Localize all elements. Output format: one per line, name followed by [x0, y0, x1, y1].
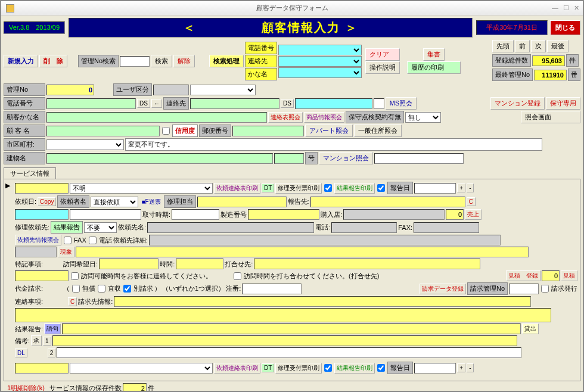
req-contact-print-button-2[interactable]: 依頼連絡表印刷	[214, 363, 260, 374]
free-check[interactable]	[72, 285, 80, 293]
minus-button-1[interactable]: -	[467, 183, 473, 192]
plus-button-2[interactable]: +	[457, 363, 465, 372]
repair-handler-input[interactable]	[197, 197, 287, 207]
dest-info-button[interactable]: 依頼先情報照会	[15, 235, 61, 245]
bill-info-input[interactable]	[114, 296, 531, 307]
tel-input[interactable]	[46, 98, 136, 109]
tel-select[interactable]	[278, 45, 362, 55]
ms-inquiry-button[interactable]: MS照会	[386, 97, 417, 110]
cash-button[interactable]: 現象	[58, 247, 74, 257]
clear-search-button[interactable]: 解除	[173, 55, 195, 67]
ds-button-2[interactable]: DS	[281, 99, 294, 108]
aux-input-1[interactable]	[295, 98, 372, 109]
record-selector-icon[interactable]: ▶	[5, 182, 10, 189]
dest-detail-input[interactable]	[149, 235, 501, 245]
svc2-input-1[interactable]	[15, 363, 69, 374]
first-button[interactable]: 先頭	[492, 40, 514, 52]
credit-checkbox[interactable]	[162, 127, 170, 135]
tel-check[interactable]	[89, 237, 97, 244]
bldg-no-input[interactable]	[274, 153, 304, 164]
bill-mgmt-input[interactable]	[509, 284, 539, 294]
result-input[interactable]	[62, 323, 521, 334]
visit-note2-check[interactable]	[234, 272, 241, 280]
close-icon[interactable]: ✕	[574, 4, 579, 12]
close-button[interactable]: 閉じる	[550, 20, 580, 35]
result-print-check[interactable]	[377, 184, 385, 192]
maint-only-button[interactable]: 保守専用	[546, 97, 580, 110]
phrase-button[interactable]: 語句	[44, 323, 61, 334]
acq-time-input[interactable]	[172, 209, 219, 220]
kana-input[interactable]	[46, 112, 267, 123]
dest-name-input[interactable]	[147, 222, 314, 233]
fax-input[interactable]	[414, 222, 479, 233]
visit-hope-input[interactable]	[99, 259, 159, 269]
meeting-input[interactable]	[254, 259, 480, 269]
report-date-input-2[interactable]	[414, 363, 456, 374]
minimize-icon[interactable]: —	[552, 4, 558, 12]
minus-button-2[interactable]: -	[467, 363, 473, 372]
direct-select[interactable]: 直接依頼	[91, 197, 138, 207]
next-button[interactable]: 次	[531, 40, 546, 52]
svc-cyan-input[interactable]	[15, 209, 69, 220]
prev-button[interactable]: 前	[515, 40, 530, 52]
userdiv-select[interactable]	[190, 85, 256, 95]
maximize-icon[interactable]: ☐	[563, 4, 569, 12]
mfg-no-input[interactable]	[248, 209, 319, 220]
postal-input[interactable]	[232, 126, 304, 136]
svc-input-1[interactable]	[15, 183, 69, 194]
clear-button[interactable]: クリア	[365, 48, 400, 61]
separate-check[interactable]	[123, 285, 131, 293]
report-to-input[interactable]	[310, 197, 465, 207]
mansion-inq-button[interactable]: マンション照会	[319, 152, 373, 164]
search-button[interactable]: 検索	[151, 55, 172, 67]
visit-note1-check[interactable]	[71, 272, 79, 280]
delete-button[interactable]: 削 除	[39, 55, 67, 67]
svc2-select[interactable]	[70, 363, 213, 374]
repair-print-check[interactable]	[324, 184, 332, 192]
bill-issue-check[interactable]	[541, 285, 549, 293]
dt-button-2[interactable]: DT	[262, 363, 274, 372]
svc-unknown-select[interactable]: 不明	[70, 183, 213, 194]
report-date-input[interactable]	[414, 183, 456, 194]
remarks-input[interactable]	[52, 335, 517, 346]
est-zero[interactable]	[542, 270, 560, 281]
cash-input[interactable]	[76, 247, 529, 257]
req-contact-print-button[interactable]: 依頼連絡表印刷	[214, 183, 260, 194]
result-print-check-2[interactable]	[377, 364, 385, 372]
bill-data-button[interactable]: 請求データ登録	[420, 284, 466, 294]
copy-button[interactable]: Copy	[38, 197, 56, 206]
contact-select[interactable]	[278, 56, 362, 67]
remarks-input-2[interactable]	[57, 347, 521, 358]
est-reg-button[interactable]: 見積 登録	[506, 270, 540, 281]
arrow-button[interactable]: ←	[151, 99, 162, 108]
ds-button-1[interactable]: DS	[137, 99, 150, 108]
lend-button[interactable]: 貸出	[522, 323, 539, 334]
c-button-2[interactable]: C	[68, 297, 77, 306]
note-no-input[interactable]	[242, 284, 302, 294]
kana-select[interactable]	[278, 67, 362, 78]
est-button[interactable]: 見積	[561, 270, 577, 281]
dest-tel-input[interactable]	[331, 222, 397, 233]
new-button[interactable]: 新規入力	[4, 55, 38, 67]
addr-button[interactable]: 一般住所照会	[354, 125, 402, 137]
repair-print-check-2[interactable]	[324, 364, 332, 372]
result-print-button[interactable]: 結果報告印刷	[334, 183, 375, 194]
plus-button-1[interactable]: +	[457, 183, 465, 192]
op-manual-button[interactable]: 操作説明	[365, 61, 400, 74]
city-select[interactable]	[46, 139, 124, 150]
repair-print-button[interactable]: 修理受付票印刷	[275, 183, 322, 194]
contact-input[interactable]	[190, 98, 279, 109]
last-button[interactable]: 最後	[547, 40, 569, 52]
bldg-input[interactable]	[46, 153, 273, 164]
c-button[interactable]: C	[467, 197, 476, 206]
approve-button[interactable]: 承	[31, 335, 42, 346]
mansion-reg-button[interactable]: マンション登録	[490, 97, 545, 110]
notreq-select[interactable]: 不要	[84, 222, 117, 233]
collect-button[interactable]: 集書	[423, 48, 445, 61]
result-print-button-2[interactable]: 結果報告印刷	[334, 363, 375, 374]
history-button[interactable]: 履歴の印刷	[407, 61, 461, 74]
one-button[interactable]: 1	[43, 337, 51, 346]
dl-button[interactable]: DL	[15, 349, 27, 357]
prod-info-button[interactable]: 商品情報照会	[304, 112, 344, 123]
shop-input[interactable]	[343, 209, 445, 220]
